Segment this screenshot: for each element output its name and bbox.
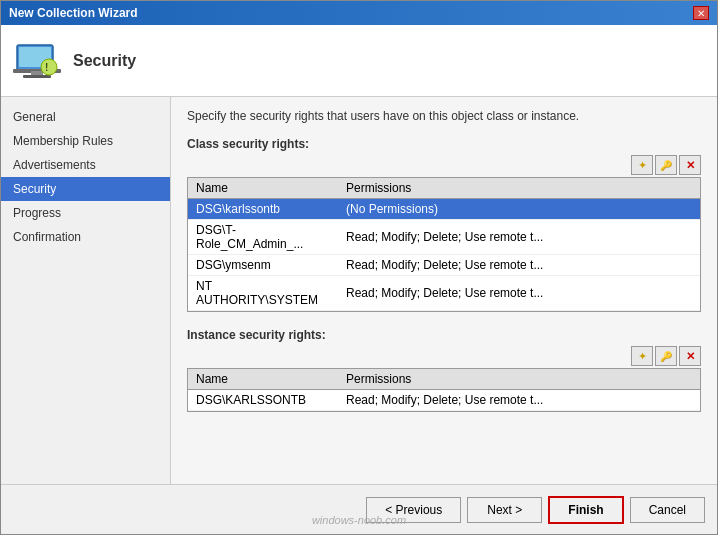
svg-rect-4 — [23, 75, 51, 78]
finish-button[interactable]: Finish — [548, 496, 623, 524]
dialog-window: New Collection Wizard ✕ ! Security — [0, 0, 718, 535]
key-icon — [660, 159, 672, 171]
table-row[interactable]: NT AUTHORITY\SYSTEMRead; Modify; Delete;… — [188, 276, 700, 311]
class-table-toolbar — [187, 155, 701, 175]
cell-name: DSG\KARLSSONTB — [188, 390, 338, 411]
sidebar: General Membership Rules Advertisements … — [1, 97, 171, 484]
wizard-icon: ! — [13, 37, 61, 85]
instance-table-toolbar — [187, 346, 701, 366]
cell-permissions: Read; Modify; Delete; Use remote t... — [338, 390, 700, 411]
sidebar-item-security[interactable]: Security — [1, 177, 170, 201]
content-area: Specify the security rights that users h… — [171, 97, 717, 484]
sidebar-item-advertisements[interactable]: Advertisements — [1, 153, 170, 177]
class-table-container: Name Permissions DSG\karlssontb(No Permi… — [187, 177, 701, 312]
cell-permissions: Read; Modify; Delete; Use remote t... — [338, 276, 700, 311]
cell-name: NT AUTHORITY\SYSTEM — [188, 276, 338, 311]
instance-remove-button[interactable] — [679, 346, 701, 366]
table-row[interactable]: DSG\T-Role_CM_Admin_...Read; Modify; Del… — [188, 220, 700, 255]
title-bar: New Collection Wizard ✕ — [1, 1, 717, 25]
class-security-table: Name Permissions DSG\karlssontb(No Permi… — [188, 178, 700, 311]
cell-permissions: Read; Modify; Delete; Use remote t... — [338, 255, 700, 276]
cell-name: DSG\ymsenm — [188, 255, 338, 276]
previous-button[interactable]: < Previous — [366, 497, 461, 523]
cell-permissions: (No Permissions) — [338, 199, 700, 220]
dialog-title: New Collection Wizard — [9, 6, 138, 20]
table-row[interactable]: DSG\ymsenmRead; Modify; Delete; Use remo… — [188, 255, 700, 276]
content-description: Specify the security rights that users h… — [187, 109, 701, 123]
class-section-label: Class security rights: — [187, 137, 701, 151]
sidebar-item-general[interactable]: General — [1, 105, 170, 129]
x-icon-2 — [686, 350, 695, 363]
svg-point-5 — [41, 59, 57, 75]
dialog-body: ! Security General Membership Rules Adve… — [1, 25, 717, 534]
sidebar-item-progress[interactable]: Progress — [1, 201, 170, 225]
svg-rect-3 — [31, 71, 43, 75]
cancel-button[interactable]: Cancel — [630, 497, 705, 523]
instance-add-button[interactable] — [631, 346, 653, 366]
close-button[interactable]: ✕ — [693, 6, 709, 20]
class-col-name: Name — [188, 178, 338, 199]
class-add-button[interactable] — [631, 155, 653, 175]
class-edit-button[interactable] — [655, 155, 677, 175]
cell-name: DSG\karlssontb — [188, 199, 338, 220]
class-remove-button[interactable] — [679, 155, 701, 175]
next-button[interactable]: Next > — [467, 497, 542, 523]
table-row[interactable]: DSG\karlssontb(No Permissions) — [188, 199, 700, 220]
instance-edit-button[interactable] — [655, 346, 677, 366]
instance-col-perms: Permissions — [338, 369, 700, 390]
instance-table-container: Name Permissions DSG\KARLSSONTBRead; Mod… — [187, 368, 701, 412]
instance-col-name: Name — [188, 369, 338, 390]
table-row[interactable]: DSG\KARLSSONTBRead; Modify; Delete; Use … — [188, 390, 700, 411]
key-icon-2 — [660, 350, 672, 362]
footer: windows-noob.com < Previous Next > Finis… — [1, 484, 717, 534]
class-col-perms: Permissions — [338, 178, 700, 199]
cell-name: DSG\T-Role_CM_Admin_... — [188, 220, 338, 255]
instance-security-table: Name Permissions DSG\KARLSSONTBRead; Mod… — [188, 369, 700, 411]
svg-text:!: ! — [45, 62, 48, 73]
main-content: General Membership Rules Advertisements … — [1, 97, 717, 484]
sidebar-item-membership-rules[interactable]: Membership Rules — [1, 129, 170, 153]
sidebar-item-confirmation[interactable]: Confirmation — [1, 225, 170, 249]
star-icon — [638, 159, 647, 172]
star-icon-2 — [638, 350, 647, 363]
header-title: Security — [73, 52, 136, 70]
cell-permissions: Read; Modify; Delete; Use remote t... — [338, 220, 700, 255]
header-area: ! Security — [1, 25, 717, 97]
instance-section-label: Instance security rights: — [187, 328, 701, 342]
x-icon — [686, 159, 695, 172]
